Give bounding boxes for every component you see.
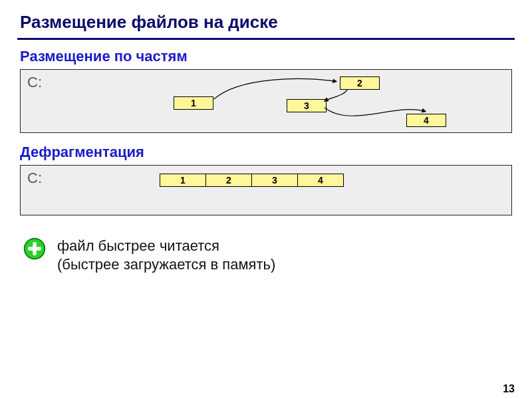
note-line2: (быстрее загружается в память) (57, 255, 275, 274)
seq-block-2: 2 (205, 174, 252, 187)
drive-label-2: C: (27, 170, 42, 187)
plus-icon (23, 237, 47, 261)
block-4: 4 (406, 114, 446, 127)
defrag-panel: C: 1 2 3 4 (20, 165, 512, 215)
seq-block-4: 4 (297, 174, 344, 187)
advantage-note: файл быстрее читается (быстрее загружает… (0, 225, 532, 273)
section-title-fragmented: Размещение по частям (0, 47, 532, 69)
block-1: 1 (174, 96, 213, 110)
svg-rect-2 (28, 247, 41, 250)
seq-block-3: 3 (251, 174, 298, 187)
title-divider (17, 38, 515, 40)
note-text: файл быстрее читается (быстрее загружает… (57, 237, 275, 273)
seq-block-1: 1 (160, 174, 206, 187)
block-3: 3 (287, 99, 327, 112)
fragmented-panel: C: 1 2 3 4 (20, 69, 512, 133)
block-2: 2 (340, 76, 380, 90)
section-title-defrag: Дефрагментация (0, 142, 532, 165)
sequential-blocks: 1 2 3 4 (160, 174, 344, 187)
note-line1: файл быстрее читается (57, 237, 275, 255)
drive-label: C: (27, 74, 42, 91)
page-number: 13 (503, 383, 515, 395)
slide-title: Размещение файлов на диске (0, 0, 532, 38)
